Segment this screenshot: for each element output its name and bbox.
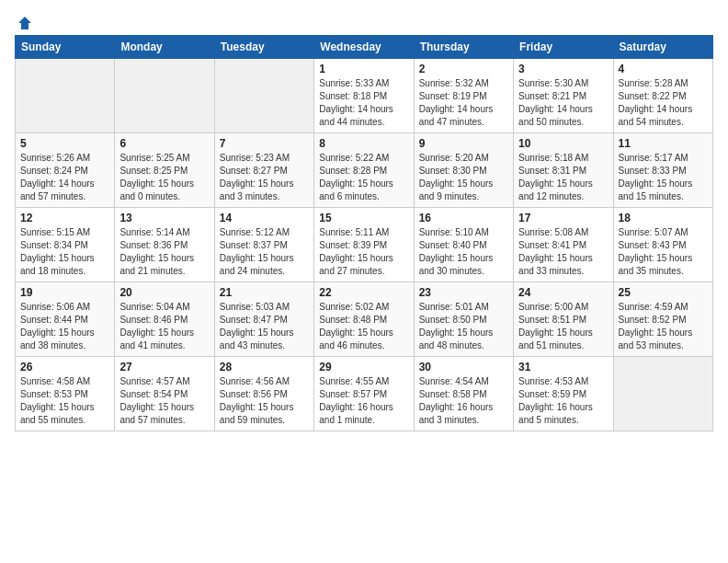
day-info: Sunrise: 5:02 AMSunset: 8:48 PMDaylight:… bbox=[319, 301, 408, 352]
day-cell: 8Sunrise: 5:22 AMSunset: 8:28 PMDaylight… bbox=[314, 133, 414, 208]
day-info: Sunrise: 5:28 AMSunset: 8:22 PMDaylight:… bbox=[619, 77, 708, 129]
day-info: Sunrise: 4:58 AMSunset: 8:53 PMDaylight:… bbox=[20, 375, 109, 427]
day-cell: 7Sunrise: 5:23 AMSunset: 8:27 PMDaylight… bbox=[214, 133, 313, 208]
day-number: 24 bbox=[518, 286, 608, 299]
weekday-header-row: SundayMondayTuesdayWednesdayThursdayFrid… bbox=[16, 36, 713, 59]
day-info: Sunrise: 5:00 AMSunset: 8:51 PMDaylight:… bbox=[518, 301, 608, 352]
day-number: 22 bbox=[319, 286, 408, 299]
day-number: 28 bbox=[220, 361, 309, 373]
day-info: Sunrise: 4:53 AMSunset: 8:59 PMDaylight:… bbox=[518, 375, 608, 427]
weekday-header-friday: Friday bbox=[514, 36, 613, 59]
day-cell: 13Sunrise: 5:14 AMSunset: 8:36 PMDayligh… bbox=[115, 208, 214, 282]
day-number: 29 bbox=[319, 361, 408, 373]
logo bbox=[15, 15, 33, 28]
day-number: 26 bbox=[20, 361, 109, 373]
day-cell: 22Sunrise: 5:02 AMSunset: 8:48 PMDayligh… bbox=[314, 282, 414, 357]
weekday-header-tuesday: Tuesday bbox=[214, 36, 313, 59]
day-cell: 28Sunrise: 4:56 AMSunset: 8:56 PMDayligh… bbox=[214, 357, 313, 431]
day-number: 15 bbox=[319, 212, 408, 224]
day-number: 20 bbox=[119, 286, 209, 299]
day-info: Sunrise: 5:10 AMSunset: 8:40 PMDaylight:… bbox=[419, 226, 508, 278]
day-info: Sunrise: 5:07 AMSunset: 8:43 PMDaylight:… bbox=[619, 226, 708, 278]
day-number: 19 bbox=[20, 286, 109, 299]
day-info: Sunrise: 5:15 AMSunset: 8:34 PMDaylight:… bbox=[20, 226, 109, 278]
weekday-header-sunday: Sunday bbox=[16, 36, 115, 59]
day-number: 8 bbox=[319, 137, 408, 150]
day-cell: 1Sunrise: 5:33 AMSunset: 8:18 PMDaylight… bbox=[314, 59, 414, 133]
header bbox=[15, 15, 713, 28]
day-cell: 24Sunrise: 5:00 AMSunset: 8:51 PMDayligh… bbox=[514, 282, 613, 357]
day-cell: 19Sunrise: 5:06 AMSunset: 8:44 PMDayligh… bbox=[16, 282, 115, 357]
day-number: 18 bbox=[619, 212, 708, 224]
weekday-header-monday: Monday bbox=[115, 36, 214, 59]
day-cell: 11Sunrise: 5:17 AMSunset: 8:33 PMDayligh… bbox=[613, 133, 712, 208]
day-number: 2 bbox=[419, 63, 508, 75]
day-cell: 4Sunrise: 5:28 AMSunset: 8:22 PMDaylight… bbox=[613, 59, 712, 133]
day-info: Sunrise: 5:25 AMSunset: 8:25 PMDaylight:… bbox=[119, 152, 209, 203]
day-cell: 27Sunrise: 4:57 AMSunset: 8:54 PMDayligh… bbox=[115, 357, 214, 431]
day-info: Sunrise: 5:33 AMSunset: 8:18 PMDaylight:… bbox=[319, 77, 408, 129]
day-cell: 31Sunrise: 4:53 AMSunset: 8:59 PMDayligh… bbox=[514, 357, 613, 431]
day-number: 30 bbox=[419, 361, 508, 373]
day-info: Sunrise: 5:26 AMSunset: 8:24 PMDaylight:… bbox=[20, 152, 109, 203]
weekday-header-thursday: Thursday bbox=[414, 36, 513, 59]
day-number: 21 bbox=[220, 286, 309, 299]
day-cell: 9Sunrise: 5:20 AMSunset: 8:30 PMDaylight… bbox=[414, 133, 513, 208]
day-number: 10 bbox=[518, 137, 608, 150]
day-cell: 18Sunrise: 5:07 AMSunset: 8:43 PMDayligh… bbox=[613, 208, 712, 282]
day-number: 5 bbox=[20, 137, 109, 150]
weekday-header-wednesday: Wednesday bbox=[314, 36, 414, 59]
day-number: 11 bbox=[619, 137, 708, 150]
day-cell: 30Sunrise: 4:54 AMSunset: 8:58 PMDayligh… bbox=[414, 357, 513, 431]
day-cell: 12Sunrise: 5:15 AMSunset: 8:34 PMDayligh… bbox=[16, 208, 115, 282]
day-info: Sunrise: 5:14 AMSunset: 8:36 PMDaylight:… bbox=[119, 226, 209, 278]
calendar-table: SundayMondayTuesdayWednesdayThursdayFrid… bbox=[15, 35, 713, 431]
day-number: 9 bbox=[419, 137, 508, 150]
day-cell: 21Sunrise: 5:03 AMSunset: 8:47 PMDayligh… bbox=[214, 282, 313, 357]
day-info: Sunrise: 5:23 AMSunset: 8:27 PMDaylight:… bbox=[220, 152, 309, 203]
day-number: 7 bbox=[220, 137, 309, 150]
week-row-5: 26Sunrise: 4:58 AMSunset: 8:53 PMDayligh… bbox=[16, 357, 713, 431]
day-info: Sunrise: 4:59 AMSunset: 8:52 PMDaylight:… bbox=[619, 301, 708, 352]
day-cell: 15Sunrise: 5:11 AMSunset: 8:39 PMDayligh… bbox=[314, 208, 414, 282]
day-cell bbox=[613, 357, 712, 431]
logo-icon bbox=[17, 15, 33, 31]
day-cell: 20Sunrise: 5:04 AMSunset: 8:46 PMDayligh… bbox=[115, 282, 214, 357]
day-number: 12 bbox=[20, 212, 109, 224]
day-info: Sunrise: 4:57 AMSunset: 8:54 PMDaylight:… bbox=[119, 375, 209, 427]
week-row-1: 1Sunrise: 5:33 AMSunset: 8:18 PMDaylight… bbox=[16, 59, 713, 133]
weekday-header-saturday: Saturday bbox=[613, 36, 712, 59]
day-cell: 2Sunrise: 5:32 AMSunset: 8:19 PMDaylight… bbox=[414, 59, 513, 133]
day-number: 16 bbox=[419, 212, 508, 224]
week-row-2: 5Sunrise: 5:26 AMSunset: 8:24 PMDaylight… bbox=[16, 133, 713, 208]
day-cell: 16Sunrise: 5:10 AMSunset: 8:40 PMDayligh… bbox=[414, 208, 513, 282]
day-info: Sunrise: 5:30 AMSunset: 8:21 PMDaylight:… bbox=[518, 77, 608, 129]
day-cell: 29Sunrise: 4:55 AMSunset: 8:57 PMDayligh… bbox=[314, 357, 414, 431]
day-info: Sunrise: 5:04 AMSunset: 8:46 PMDaylight:… bbox=[119, 301, 209, 352]
day-number: 23 bbox=[419, 286, 508, 299]
day-info: Sunrise: 5:18 AMSunset: 8:31 PMDaylight:… bbox=[518, 152, 608, 203]
day-number: 31 bbox=[518, 361, 608, 373]
day-info: Sunrise: 5:11 AMSunset: 8:39 PMDaylight:… bbox=[319, 226, 408, 278]
week-row-4: 19Sunrise: 5:06 AMSunset: 8:44 PMDayligh… bbox=[16, 282, 713, 357]
day-number: 6 bbox=[119, 137, 209, 150]
day-cell: 3Sunrise: 5:30 AMSunset: 8:21 PMDaylight… bbox=[514, 59, 613, 133]
day-info: Sunrise: 5:01 AMSunset: 8:50 PMDaylight:… bbox=[419, 301, 508, 352]
day-cell: 14Sunrise: 5:12 AMSunset: 8:37 PMDayligh… bbox=[214, 208, 313, 282]
day-info: Sunrise: 5:08 AMSunset: 8:41 PMDaylight:… bbox=[518, 226, 608, 278]
day-info: Sunrise: 5:20 AMSunset: 8:30 PMDaylight:… bbox=[419, 152, 508, 203]
day-info: Sunrise: 4:54 AMSunset: 8:58 PMDaylight:… bbox=[419, 375, 508, 427]
day-cell: 25Sunrise: 4:59 AMSunset: 8:52 PMDayligh… bbox=[613, 282, 712, 357]
week-row-3: 12Sunrise: 5:15 AMSunset: 8:34 PMDayligh… bbox=[16, 208, 713, 282]
day-cell: 26Sunrise: 4:58 AMSunset: 8:53 PMDayligh… bbox=[16, 357, 115, 431]
day-cell: 5Sunrise: 5:26 AMSunset: 8:24 PMDaylight… bbox=[16, 133, 115, 208]
day-info: Sunrise: 5:32 AMSunset: 8:19 PMDaylight:… bbox=[419, 77, 508, 129]
day-info: Sunrise: 5:17 AMSunset: 8:33 PMDaylight:… bbox=[619, 152, 708, 203]
day-cell: 6Sunrise: 5:25 AMSunset: 8:25 PMDaylight… bbox=[115, 133, 214, 208]
day-number: 4 bbox=[619, 63, 708, 75]
day-number: 1 bbox=[319, 63, 408, 75]
day-info: Sunrise: 5:22 AMSunset: 8:28 PMDaylight:… bbox=[319, 152, 408, 203]
day-info: Sunrise: 5:03 AMSunset: 8:47 PMDaylight:… bbox=[220, 301, 309, 352]
day-info: Sunrise: 5:12 AMSunset: 8:37 PMDaylight:… bbox=[220, 226, 309, 278]
day-cell bbox=[16, 59, 115, 133]
